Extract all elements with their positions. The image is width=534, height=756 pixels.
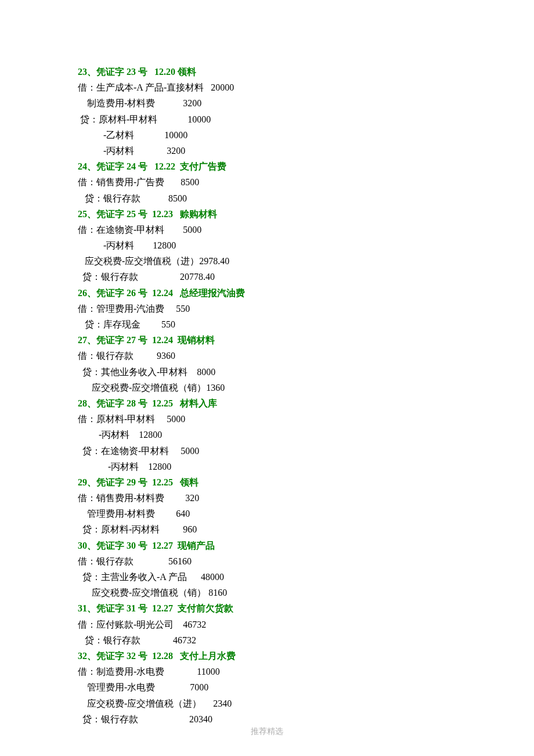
voucher-heading: 25、凭证字 25 号 12.23 赊购材料 — [78, 206, 534, 222]
voucher-line: 借：在途物资-甲材料 5000 — [78, 222, 534, 237]
voucher-line: -丙材料 12800 — [78, 427, 534, 442]
voucher-heading: 24、凭证字 24 号 12.22 支付广告费 — [78, 159, 534, 174]
voucher-line: 应交税费-应交增值税（进） 2340 — [78, 696, 534, 711]
document-page: 23、凭证字 23 号 12.20 领料借：生产成本-A 产品-直接材料 200… — [0, 0, 534, 756]
voucher-line: 贷：银行存款 46732 — [78, 632, 534, 648]
voucher-heading: 32、凭证字 32 号 12.28 支付上月水费 — [78, 648, 534, 664]
voucher-heading: 26、凭证字 26 号 12.24 总经理报汽油费 — [78, 285, 534, 301]
voucher-line: 应交税费-应交增值税（销）1360 — [78, 380, 534, 395]
voucher-line: 借：银行存款 56160 — [78, 553, 534, 569]
voucher-line: 贷：库存现金 550 — [78, 316, 534, 332]
voucher-line: -丙材料 12800 — [78, 459, 534, 474]
voucher-line: 借：管理费用-汽油费 550 — [78, 301, 534, 316]
voucher-line: 借：销售费用-材料费 320 — [78, 490, 534, 506]
voucher-line: -丙材料 3200 — [78, 143, 534, 159]
voucher-line: 借：原材料-甲材料 5000 — [78, 411, 534, 427]
voucher-heading: 28、凭证字 28 号 12.25 材料入库 — [78, 395, 534, 411]
voucher-line: 贷：其他业务收入-甲材料 8000 — [78, 364, 534, 380]
voucher-heading: 27、凭证字 27 号 12.24 现销材料 — [78, 332, 534, 348]
voucher-line: -乙材料 10000 — [78, 127, 534, 143]
voucher-line: 贷：主营业务收入-A 产品 48000 — [78, 569, 534, 585]
voucher-line: 贷：银行存款 20778.40 — [78, 269, 534, 285]
voucher-line: 制造费用-材料费 3200 — [78, 95, 534, 111]
voucher-line: 借：制造费用-水电费 11000 — [78, 664, 534, 679]
voucher-line: 贷：银行存款 8500 — [78, 190, 534, 206]
voucher-line: 管理费用-材料费 640 — [78, 506, 534, 521]
voucher-heading: 31、凭证字 31 号 12.27 支付前欠货款 — [78, 600, 534, 616]
footer-text: 推荐精选 — [0, 725, 534, 739]
document-content: 23、凭证字 23 号 12.20 领料借：生产成本-A 产品-直接材料 200… — [78, 64, 534, 727]
voucher-line: 借：销售费用-广告费 8500 — [78, 174, 534, 190]
voucher-line: 借：生产成本-A 产品-直接材料 20000 — [78, 80, 534, 95]
voucher-heading: 29、凭证字 29 号 12.25 领料 — [78, 474, 534, 490]
voucher-heading: 30、凭证字 30 号 12.27 现销产品 — [78, 538, 534, 553]
voucher-line: 应交税费-应交增值税（销） 8160 — [78, 585, 534, 600]
voucher-line: -丙材料 12800 — [78, 237, 534, 253]
voucher-line: 应交税费-应交增值税（进）2978.40 — [78, 253, 534, 269]
voucher-line: 贷：原材料-甲材料 10000 — [78, 111, 534, 127]
voucher-line: 贷：原材料-丙材料 960 — [78, 521, 534, 537]
voucher-line: 借：银行存款 9360 — [78, 348, 534, 363]
voucher-line: 贷：在途物资-甲材料 5000 — [78, 443, 534, 459]
voucher-line: 管理费用-水电费 7000 — [78, 679, 534, 695]
voucher-line: 借：应付账款-明光公司 46732 — [78, 617, 534, 632]
voucher-heading: 23、凭证字 23 号 12.20 领料 — [78, 64, 534, 80]
